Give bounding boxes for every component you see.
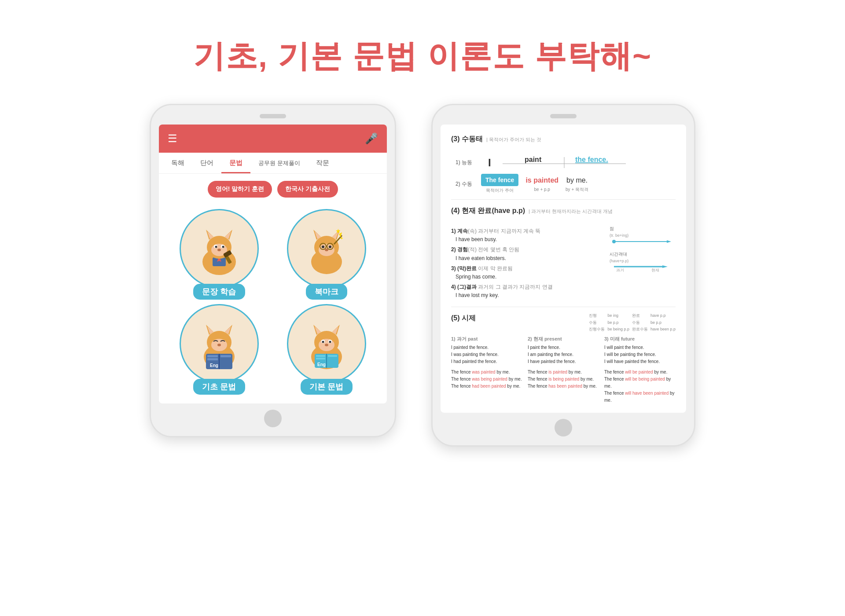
past-s1: I painted the fence. bbox=[451, 344, 522, 351]
past-passive3: The fence had been painted by me. bbox=[451, 383, 522, 390]
future-col: 3) 미래 future I will paint the fence. I w… bbox=[604, 335, 676, 404]
svg-text:✦: ✦ bbox=[340, 236, 343, 241]
pres-s2: I am painting the fence. bbox=[528, 351, 599, 358]
hamburger-icon[interactable]: ☰ bbox=[168, 133, 177, 144]
timeline2: 시간격대 (have+p.p) 과거 현재 bbox=[610, 251, 676, 275]
grid-item-intermediate[interactable]: Eng 기본 문법 bbox=[275, 304, 378, 395]
item1: 1) 계속(속) 과거부터 지금까지 계속 뚝 I have been busy… bbox=[451, 227, 601, 244]
fut-passive3: The fence will have been painted by me. bbox=[604, 390, 676, 404]
label-basic: 기초 문법 bbox=[193, 379, 245, 395]
svg-point-12 bbox=[222, 246, 224, 248]
section4: (4) 현재 완료(have p.p) | 과거부터 현재까지라는 시간격대 개… bbox=[451, 205, 676, 301]
nav-item-word[interactable]: 단어 bbox=[192, 153, 221, 173]
svg-marker-71 bbox=[667, 240, 671, 243]
right-phone-screen: (3) 수동태 | 목적어가 주어가 되는 것 1) 능동 I paint bbox=[441, 125, 686, 413]
svg-text:Eng: Eng bbox=[210, 363, 218, 368]
left-nav: 독해 단어 문법 공무원 문제풀이 작문 bbox=[159, 153, 387, 174]
grid-item-bookmark[interactable]: ★ ✦ 북마크 bbox=[275, 209, 378, 300]
svg-point-61 bbox=[322, 341, 324, 343]
timeline1: 점 (tr. be+ing) bbox=[610, 225, 676, 247]
grid-item-sentence[interactable]: 문장 학습 bbox=[168, 209, 271, 300]
is-painted: is painted bbox=[525, 175, 558, 186]
svg-rect-36 bbox=[207, 355, 218, 357]
nav-item-grammar[interactable]: 문법 bbox=[221, 153, 250, 173]
left-buttons: 영어! 말하기 훈련 한국사 기출사전 bbox=[159, 174, 387, 205]
svg-text:the fence.: the fence. bbox=[575, 156, 608, 163]
divider2 bbox=[451, 307, 676, 307]
nav-item-writing[interactable]: 작문 bbox=[308, 153, 337, 173]
fut-s2: I will be painting the fence. bbox=[604, 351, 676, 358]
word-I: I bbox=[488, 154, 491, 171]
svg-text:과거: 과거 bbox=[616, 268, 624, 272]
conjugation-grid: 1) 과거 past I painted the fence. I was pa… bbox=[451, 335, 676, 404]
grammar-content: (3) 수동태 | 목적어가 주어가 되는 것 1) 능동 I paint bbox=[441, 125, 686, 413]
label-sentence: 문장 학습 bbox=[193, 284, 245, 300]
svg-text:paint: paint bbox=[525, 156, 542, 163]
phones-container: ☰ 🎤 독해 단어 문법 공무원 문제풀이 작문 영어! 말하기 훈련 한국사 … bbox=[0, 104, 845, 447]
svg-rect-51 bbox=[316, 358, 325, 359]
fut-s1: I will paint the fence. bbox=[604, 344, 676, 351]
item2: 2) 경험(적) 전에 몇번 혹 안됨 I have eaten lobster… bbox=[451, 246, 601, 262]
item3: 3) (막)완료 이제 막 완료됨 Spring has come. bbox=[451, 264, 601, 281]
svg-rect-37 bbox=[207, 358, 218, 360]
label-intermediate: 기본 문법 bbox=[301, 379, 352, 395]
fence-label: The fence bbox=[481, 174, 518, 186]
avatar-basic: Eng bbox=[180, 304, 259, 383]
svg-point-13 bbox=[217, 249, 221, 251]
section4-list: 1) 계속(속) 과거부터 지금까지 계속 뚝 I have been busy… bbox=[451, 225, 601, 302]
speaking-btn[interactable]: 영어! 말하기 훈련 bbox=[208, 181, 272, 198]
row2-label: 2) 수동 bbox=[456, 180, 472, 188]
item4: 4) (그)결과 과거의 그 결과가 지금까지 연결 I have lost m… bbox=[451, 283, 601, 300]
avatar-bookmark: ★ ✦ bbox=[287, 209, 366, 288]
row1-label: 1) 능동 bbox=[456, 158, 472, 167]
nav-item-exam[interactable]: 공무원 문제풀이 bbox=[250, 153, 308, 173]
past-s2: I was painting the fence. bbox=[451, 351, 522, 358]
fut-passive2: The fence will be being painted by me. bbox=[604, 376, 676, 390]
svg-point-62 bbox=[329, 341, 331, 343]
item3-example: Spring has come. bbox=[456, 273, 601, 281]
timeline-diagrams: 점 (tr. be+ing) 시간격대 (have+p.p) bbox=[610, 225, 676, 302]
present-col: 2) 현재 present I paint the fence. I am pa… bbox=[528, 335, 599, 404]
right-phone: (3) 수동태 | 목적어가 주어가 되는 것 1) 능동 I paint bbox=[431, 104, 695, 447]
avatar-sentence bbox=[180, 209, 259, 288]
mic-icon[interactable]: 🎤 bbox=[365, 132, 378, 145]
svg-point-27 bbox=[329, 246, 331, 248]
svg-point-69 bbox=[612, 240, 616, 243]
section3-title: (3) 수동태 bbox=[451, 133, 483, 145]
svg-text:현재: 현재 bbox=[651, 268, 659, 272]
item4-example: I have lost my key. bbox=[456, 291, 601, 300]
pres-passive2: The fence is being painted by me. bbox=[528, 376, 599, 383]
item2-example: I have eaten lobsters. bbox=[456, 254, 601, 263]
fut-passive1: The fence will be painted by me. bbox=[604, 369, 676, 376]
svg-rect-50 bbox=[316, 355, 325, 357]
future-label: 3) 미래 future bbox=[604, 335, 676, 343]
section3-subtitle: | 목적어가 주어가 되는 것 bbox=[486, 136, 541, 144]
svg-marker-73 bbox=[662, 265, 668, 268]
svg-point-11 bbox=[215, 246, 217, 248]
pres-passive3: The fence has been painted by me. bbox=[528, 383, 599, 390]
pres-passive1: The fence is painted by me. bbox=[528, 369, 599, 376]
past-col: 1) 과거 past I painted the fence. I was pa… bbox=[451, 335, 522, 404]
diagram-line1: paint the fence. bbox=[498, 155, 630, 170]
label-bookmark: 북마크 bbox=[306, 284, 347, 300]
item1-example: I have been busy. bbox=[456, 235, 601, 244]
pres-s3: I have painted the fence. bbox=[528, 358, 599, 365]
svg-point-26 bbox=[322, 246, 324, 248]
grid-item-basic[interactable]: Eng 기초 문법 bbox=[168, 304, 271, 395]
learning-grid: 문장 학습 bbox=[159, 205, 387, 403]
history-btn[interactable]: 한국사 기출사전 bbox=[277, 181, 338, 198]
left-phone-screen: ☰ 🎤 독해 단어 문법 공무원 문제풀이 작문 영어! 말하기 훈련 한국사 … bbox=[159, 125, 387, 403]
tense-mini-table: 진행 be ing 완료 have p.p 수동 be p.p 수동 be p.… bbox=[589, 312, 676, 332]
svg-rect-38 bbox=[220, 355, 231, 357]
past-s3: I had painted the fence. bbox=[451, 358, 522, 365]
fut-s3: I will have painted the fence. bbox=[604, 358, 676, 365]
pres-s1: I paint the fence. bbox=[528, 344, 599, 351]
nav-item-reading[interactable]: 독해 bbox=[163, 153, 192, 173]
item1-label: 1) 계속(속) 과거부터 지금까지 계속 뚝 bbox=[451, 228, 540, 234]
past-passive1: The fence was painted by me. bbox=[451, 369, 522, 376]
svg-point-63 bbox=[325, 344, 328, 346]
left-phone: ☰ 🎤 독해 단어 문법 공무원 문제풀이 작문 영어! 말하기 훈련 한국사 … bbox=[150, 104, 396, 437]
svg-text:Eng: Eng bbox=[317, 362, 326, 367]
svg-point-28 bbox=[325, 249, 328, 251]
present-label: 2) 현재 present bbox=[528, 335, 599, 343]
